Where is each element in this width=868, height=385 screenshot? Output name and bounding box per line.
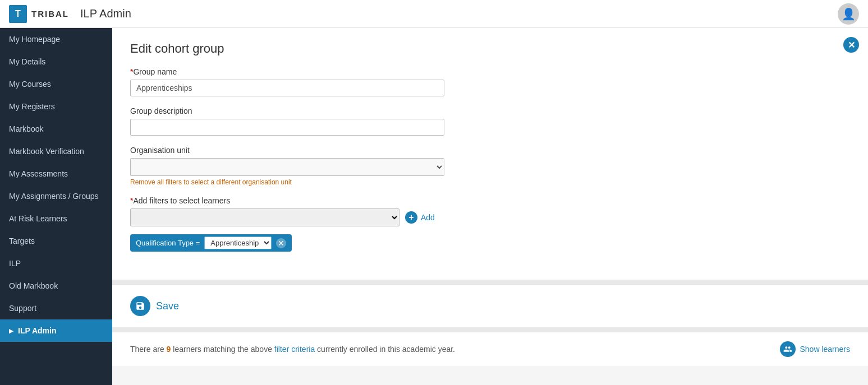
- form-title: Edit cohort group: [130, 41, 850, 56]
- page-title: ILP Admin: [80, 7, 131, 20]
- content-area: Edit cohort group ✕ *Group name Group de…: [112, 28, 868, 385]
- footer-text: There are 9 learners matching the above …: [130, 345, 455, 354]
- chip-close-button[interactable]: ✕: [276, 238, 286, 248]
- required-star-2: *: [130, 196, 133, 205]
- footer-text-before: There are: [130, 345, 167, 354]
- sidebar-item-ilp-admin[interactable]: ▶ ILP Admin: [0, 319, 112, 342]
- filters-row: + Add: [130, 208, 850, 226]
- active-arrow-icon: ▶: [9, 328, 13, 334]
- filter-chip: Qualification Type = Apprenticeship ✕: [130, 234, 292, 252]
- sidebar-item-my-homepage[interactable]: My Homepage: [0, 28, 112, 50]
- org-unit-group: Organisation unit Remove all filters to …: [130, 146, 850, 186]
- filters-label: *Add filters to select learners: [130, 196, 850, 205]
- close-button[interactable]: ✕: [843, 37, 859, 53]
- sidebar-item-my-assignments-groups[interactable]: My Assignments / Groups: [0, 185, 112, 207]
- divider-2: [112, 327, 868, 332]
- sidebar-item-targets[interactable]: Targets: [0, 230, 112, 252]
- group-name-input[interactable]: [130, 80, 444, 96]
- footer-text-middle: learners matching the above: [173, 345, 274, 354]
- sidebar-item-ilp[interactable]: ILP: [0, 252, 112, 275]
- sidebar-item-my-assessments[interactable]: My Assessments: [0, 163, 112, 185]
- add-filter-button[interactable]: + Add: [405, 211, 435, 224]
- required-star: *: [130, 67, 133, 76]
- sidebar-item-support[interactable]: Support: [0, 297, 112, 319]
- group-description-group: Group description: [130, 106, 850, 136]
- sidebar-item-at-risk-learners[interactable]: At Risk Learners: [0, 207, 112, 230]
- topbar: T TRIBAL ILP Admin 👤: [0, 0, 868, 28]
- sidebar-item-my-registers[interactable]: My Registers: [0, 95, 112, 118]
- save-icon: [130, 296, 150, 316]
- logo-icon: T: [9, 5, 27, 23]
- sidebar-item-my-details[interactable]: My Details: [0, 50, 112, 73]
- group-description-label: Group description: [130, 106, 850, 115]
- save-section: Save: [112, 284, 868, 327]
- footer-banner: There are 9 learners matching the above …: [112, 332, 868, 366]
- show-learners-button[interactable]: Show learners: [780, 341, 851, 357]
- org-hint: Remove all filters to select a different…: [130, 178, 850, 186]
- save-button[interactable]: Save: [130, 296, 179, 316]
- org-unit-select[interactable]: [130, 158, 444, 176]
- main-layout: My Homepage My Details My Courses My Reg…: [0, 28, 868, 385]
- divider-1: [112, 280, 868, 284]
- sidebar-item-markbook-verification[interactable]: Markbook Verification: [0, 140, 112, 163]
- filters-group: *Add filters to select learners + Add Qu…: [130, 196, 850, 252]
- org-unit-label: Organisation unit: [130, 146, 850, 155]
- group-name-label: *Group name: [130, 67, 850, 76]
- chip-label: Qualification Type =: [136, 239, 200, 247]
- group-description-input[interactable]: [130, 119, 444, 136]
- edit-cohort-form: Edit cohort group ✕ *Group name Group de…: [112, 28, 868, 280]
- footer-text-after: currently enrolled in this academic year…: [317, 345, 455, 354]
- sidebar-item-old-markbook[interactable]: Old Markbook: [0, 275, 112, 297]
- logo: T TRIBAL: [9, 5, 69, 23]
- show-learners-icon: [780, 341, 796, 357]
- add-icon: +: [405, 211, 417, 224]
- sidebar-item-my-courses[interactable]: My Courses: [0, 73, 112, 95]
- brand-name: TRIBAL: [31, 9, 69, 18]
- sidebar-item-markbook[interactable]: Markbook: [0, 118, 112, 140]
- filter-type-select[interactable]: [130, 208, 399, 226]
- avatar[interactable]: 👤: [838, 3, 859, 25]
- sidebar: My Homepage My Details My Courses My Reg…: [0, 28, 112, 385]
- chip-value-select[interactable]: Apprenticeship: [204, 236, 272, 249]
- learner-count: 9: [167, 345, 171, 354]
- filter-criteria-link[interactable]: filter criteria: [274, 345, 315, 354]
- group-name-group: *Group name: [130, 67, 850, 96]
